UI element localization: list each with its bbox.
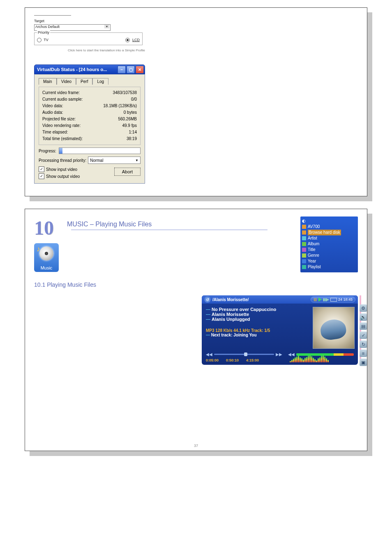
status-pill: ▥ ▮▮▸ 24 18:45 [311, 297, 355, 302]
play-icon [318, 297, 322, 302]
back-icon[interactable]: ↺ [204, 296, 211, 303]
chapter-title: MUSIC – Playing Music Files [67, 221, 292, 228]
priority-label: Processing thread priority: [39, 158, 86, 163]
side-icon-repeat[interactable]: ↻ [360, 341, 367, 348]
track-artist: Alanis Morissette [212, 312, 249, 317]
pause-icon: ▮▮▸ [323, 297, 329, 302]
title-bar: VirtualDub Status - [24 hours o... – ▢ ✕ [34, 64, 145, 74]
disc-icon [39, 246, 53, 260]
side-icon-doc[interactable]: ▤ [360, 322, 367, 330]
track-title: No Pressure over Cappuccino [212, 307, 276, 312]
next-track: Joining You [233, 333, 256, 337]
minimize-button[interactable]: – [118, 66, 126, 74]
side-icon-check[interactable]: ✓ [360, 332, 367, 339]
hint-text: Click here to start the translation into… [34, 48, 145, 52]
chapter-heading-area: MUSIC – Playing Music Files [67, 216, 292, 228]
chevron-down-icon: ▼ [135, 159, 138, 162]
arclib-item[interactable]: Artist [302, 235, 355, 241]
tab-strip: Main Video Perf Log [39, 78, 141, 84]
target-label: Target [34, 19, 145, 23]
side-icon-setup[interactable]: ⚙ [360, 304, 367, 312]
section-frame-top: Target Archos Default Priority TV LCD [25, 7, 367, 196]
arclib-item[interactable]: Album [302, 241, 355, 247]
checkbox-icon: ✓ [39, 173, 44, 179]
progress-label: Progress: [39, 149, 56, 153]
shuffle-icon: ▥ [314, 297, 317, 302]
seek-bar[interactable] [214, 354, 274, 355]
subsection-title: 10.1 Playing Music Files [34, 281, 358, 288]
target-select[interactable]: Archos Default [34, 24, 111, 31]
arclib-item[interactable]: Year [302, 258, 355, 264]
maximize-button[interactable]: ▢ [127, 66, 135, 74]
tab-log[interactable]: Log [92, 78, 108, 85]
seek-prev-icon[interactable]: ◀◀ [206, 352, 212, 357]
priority-select[interactable]: Normal ▼ [88, 157, 141, 164]
album-art [313, 307, 355, 349]
battery-icon [330, 298, 337, 302]
time-total: 4:15:00 [246, 358, 259, 362]
side-icon-list[interactable]: ≡ [360, 350, 367, 357]
page-number: 37 [194, 444, 198, 448]
time-elapsed: 0:05:00 [206, 358, 219, 362]
arclib-browse[interactable]: Browse hard disk [308, 230, 341, 235]
close-button[interactable]: ✕ [136, 66, 144, 74]
music-player: ↺ /Alanis Morissette/ ▥ ▮▮▸ 24 18:45 [202, 295, 358, 365]
arclibrary-panel: ◐ AV700 Browse hard disk Artist Album Ti… [300, 216, 358, 272]
target-panel: Target Archos Default Priority TV LCD [34, 15, 145, 52]
seek-next-icon[interactable]: ▶▶ [276, 352, 282, 357]
arclib-item[interactable]: Title [302, 247, 355, 253]
time-remaining: 0:50:10 [226, 358, 239, 362]
side-icon-lock[interactable]: ▣ [360, 359, 367, 366]
track-info: MP3 128 Kb/s 44.1 kHz Track: 1/5 [206, 328, 309, 333]
globe-icon: ◐ [302, 219, 306, 223]
spectrum-analyzer [290, 355, 343, 362]
priority-fieldset: Priority TV LCD [34, 32, 143, 45]
dialog-title: VirtualDub Status - [24 hours o... [37, 67, 118, 72]
abort-button[interactable]: Abort [114, 168, 141, 176]
body-text [34, 293, 194, 375]
priority-legend: Priority [37, 30, 50, 35]
radio-icon [37, 38, 42, 42]
tab-perf[interactable]: Perf [76, 78, 92, 85]
chapter-number: 10 [34, 216, 54, 239]
tab-main[interactable]: Main [39, 78, 57, 85]
radio-icon [125, 38, 130, 42]
virtualdub-status-dialog: VirtualDub Status - [24 hours o... – ▢ ✕… [34, 64, 145, 184]
side-icon-speaker[interactable]: 🔈 [360, 313, 367, 321]
radio-tv[interactable]: TV [37, 38, 48, 42]
arclib-item[interactable]: Playlist [302, 264, 355, 270]
tab-video[interactable]: Video [57, 78, 76, 85]
breadcrumb: /Alanis Morissette/ [212, 297, 249, 302]
radio-lcd[interactable]: LCD [125, 38, 140, 42]
checkbox-icon: ✓ [39, 166, 44, 172]
stats-panel: Current video frame:3483/107538 Current … [39, 87, 141, 145]
music-app-icon: ♪ Music [34, 243, 59, 272]
progress-bar [59, 147, 141, 154]
arclib-item[interactable]: Genre [302, 253, 355, 258]
track-album: Alanis Unplugged [212, 317, 250, 322]
section-frame-music: 10 ♪ Music MUSIC – Playing Music Files ◐… [25, 209, 367, 451]
